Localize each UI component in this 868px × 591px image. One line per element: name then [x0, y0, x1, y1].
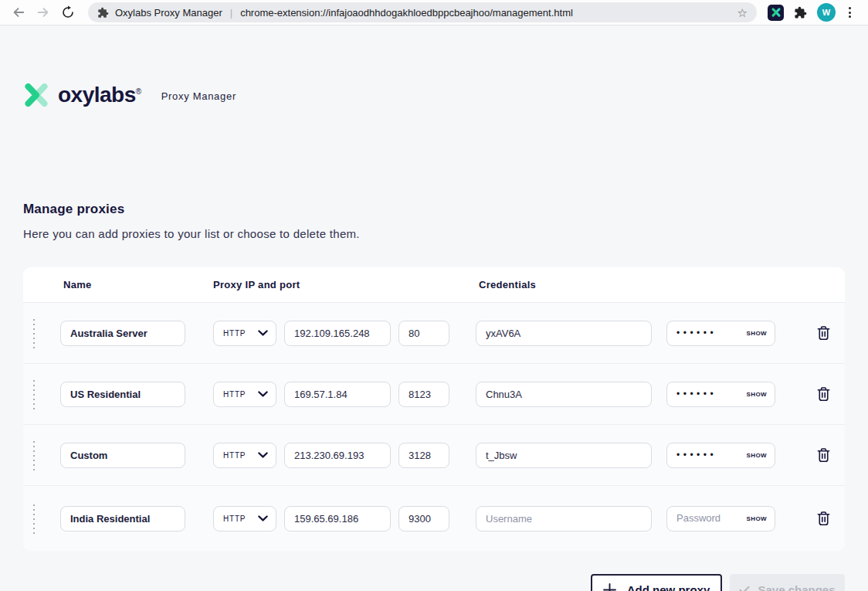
- proxy-ip-input[interactable]: [284, 321, 391, 346]
- column-header-credentials: Credentials: [479, 267, 536, 303]
- add-new-proxy-button[interactable]: Add new proxy: [591, 574, 722, 591]
- proxy-name-input[interactable]: [60, 321, 185, 346]
- protocol-select[interactable]: HTTP: [213, 321, 276, 346]
- proxy-name-input[interactable]: [60, 506, 185, 532]
- chevron-down-icon: [258, 330, 268, 336]
- show-password-button[interactable]: SHOW: [747, 452, 768, 459]
- browser-toolbar: Oxylabs Proxy Manager | chrome-extension…: [0, 0, 868, 25]
- proxy-row: HTTP SHOW: [23, 486, 845, 551]
- proxy-table-card: Name Proxy IP and port Credentials HTTP …: [23, 267, 845, 551]
- column-header-proxy-ip-port: Proxy IP and port: [213, 267, 300, 303]
- check-icon: [739, 586, 750, 591]
- address-bar[interactable]: Oxylabs Proxy Manager | chrome-extension…: [88, 2, 757, 22]
- proxy-manager-page: oxylabs® Proxy Manager Manage proxies He…: [0, 25, 868, 591]
- password-input[interactable]: [667, 389, 734, 399]
- brand-wordmark: oxylabs®: [58, 83, 141, 107]
- password-input[interactable]: [667, 328, 734, 338]
- extension-puzzle-icon: [97, 7, 109, 19]
- proxy-table-body: HTTP SHOW HTTP: [23, 303, 845, 551]
- password-field: SHOW: [666, 443, 775, 468]
- page-title: Manage proxies: [23, 202, 124, 217]
- trash-icon: [816, 511, 831, 527]
- proxy-row: HTTP SHOW: [23, 303, 845, 364]
- forward-arrow-icon: [36, 5, 50, 19]
- back-button[interactable]: [8, 2, 29, 23]
- show-password-button[interactable]: SHOW: [747, 330, 768, 337]
- plus-icon: [603, 583, 616, 591]
- address-bar-extension-label: Oxylabs Proxy Manager: [115, 7, 222, 19]
- proxy-table-header: Name Proxy IP and port Credentials: [23, 267, 845, 303]
- chevron-down-icon: [258, 515, 268, 521]
- password-field: SHOW: [666, 506, 775, 532]
- proxy-ip-input[interactable]: [284, 506, 391, 532]
- oxylabs-logo: oxylabs® Proxy Manager: [23, 83, 236, 107]
- chevron-down-icon: [258, 452, 268, 458]
- toolbar-right-cluster: W: [768, 3, 854, 22]
- proxy-port-input[interactable]: [398, 443, 449, 468]
- chevron-down-icon: [258, 391, 268, 397]
- password-field: SHOW: [666, 382, 775, 407]
- reload-icon: [61, 5, 75, 19]
- page-subtitle: Here you can add proxies to your list or…: [23, 227, 360, 240]
- delete-proxy-button[interactable]: [816, 386, 831, 402]
- delete-proxy-button[interactable]: [816, 511, 831, 527]
- protocol-value: HTTP: [223, 329, 246, 338]
- profile-avatar[interactable]: W: [817, 3, 836, 22]
- column-header-name: Name: [63, 267, 92, 303]
- oxylabs-extension-button[interactable]: [768, 5, 784, 21]
- proxy-port-input[interactable]: [398, 506, 449, 532]
- oxylabs-extension-x-icon: [771, 8, 781, 17]
- drag-handle[interactable]: [32, 379, 36, 409]
- protocol-select[interactable]: HTTP: [213, 506, 276, 532]
- proxy-name-input[interactable]: [60, 443, 185, 468]
- proxy-name-input[interactable]: [60, 382, 185, 407]
- back-arrow-icon: [12, 5, 25, 19]
- proxy-ip-input[interactable]: [284, 443, 391, 468]
- password-input[interactable]: [667, 450, 734, 460]
- username-input[interactable]: [476, 443, 652, 468]
- bottom-actions: Add new proxy Save changes: [591, 574, 845, 591]
- add-new-proxy-label: Add new proxy: [627, 583, 710, 591]
- proxy-port-input[interactable]: [398, 382, 449, 407]
- username-input[interactable]: [476, 321, 652, 346]
- drag-handle[interactable]: [32, 503, 36, 534]
- address-bar-separator: |: [229, 7, 234, 19]
- protocol-value: HTTP: [223, 515, 246, 523]
- trash-icon: [816, 386, 831, 402]
- username-input[interactable]: [476, 382, 652, 407]
- protocol-value: HTTP: [223, 390, 246, 399]
- oxylabs-x-icon: [23, 83, 49, 107]
- reload-button[interactable]: [57, 2, 79, 23]
- proxy-port-input[interactable]: [398, 321, 449, 346]
- protocol-select[interactable]: HTTP: [213, 382, 276, 407]
- username-input[interactable]: [476, 506, 652, 532]
- password-input[interactable]: [667, 513, 734, 524]
- show-password-button[interactable]: SHOW: [747, 515, 768, 522]
- proxy-row: HTTP SHOW: [23, 364, 845, 425]
- forward-button[interactable]: [32, 2, 54, 23]
- protocol-select[interactable]: HTTP: [213, 443, 276, 468]
- password-field: SHOW: [666, 321, 775, 346]
- proxy-row: HTTP SHOW: [23, 425, 845, 486]
- extensions-menu-icon[interactable]: [794, 6, 807, 19]
- trash-icon: [816, 447, 831, 464]
- app-name-label: Proxy Manager: [161, 90, 236, 102]
- drag-handle[interactable]: [32, 440, 36, 470]
- save-changes-label: Save changes: [758, 583, 835, 591]
- registered-mark: ®: [136, 87, 141, 96]
- show-password-button[interactable]: SHOW: [747, 391, 768, 398]
- save-changes-button[interactable]: Save changes: [730, 574, 845, 591]
- browser-menu-button[interactable]: [846, 4, 854, 21]
- address-bar-url: chrome-extension://infajoaodhhdogakhloed…: [240, 7, 573, 19]
- delete-proxy-button[interactable]: [816, 325, 831, 341]
- bookmark-star-icon[interactable]: ☆: [737, 7, 748, 19]
- protocol-value: HTTP: [223, 451, 246, 460]
- drag-handle[interactable]: [32, 318, 36, 348]
- delete-proxy-button[interactable]: [816, 447, 831, 464]
- trash-icon: [816, 325, 831, 341]
- proxy-ip-input[interactable]: [284, 382, 391, 407]
